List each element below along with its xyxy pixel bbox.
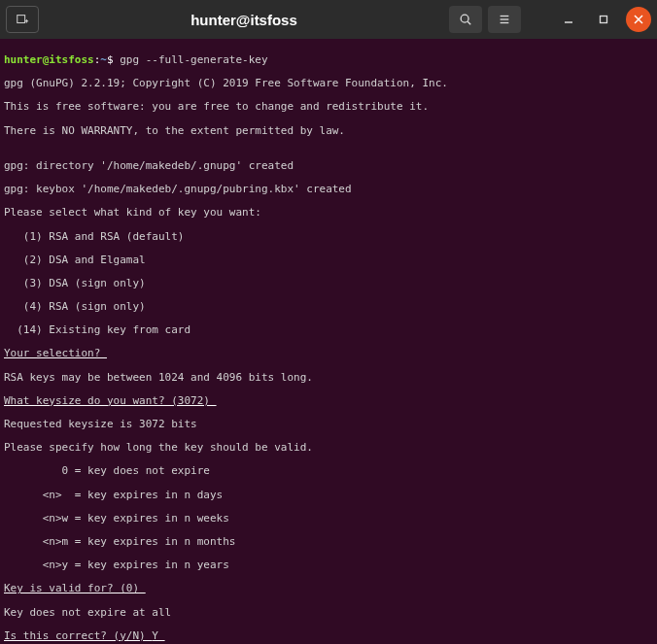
terminal-line: gpg: directory '/home/makedeb/.gnupg' cr… <box>4 160 653 172</box>
prompt-path: ~ <box>100 53 107 66</box>
new-tab-button[interactable] <box>6 6 39 33</box>
new-tab-icon <box>16 13 29 26</box>
menu-button[interactable] <box>488 6 521 33</box>
search-button[interactable] <box>449 6 482 33</box>
terminal-output[interactable]: hunter@itsfoss:~$ gpg --full-generate-ke… <box>0 39 657 644</box>
terminal-line: Please select what kind of key you want: <box>4 207 653 219</box>
terminal-line: Key is valid for? (0) <box>4 583 653 594</box>
terminal-line: (4) RSA (sign only) <box>4 301 653 313</box>
svg-rect-9 <box>601 17 607 23</box>
terminal-line: gpg (GnuPG) 2.2.19; Copyright (C) 2019 F… <box>4 78 653 89</box>
hamburger-icon <box>498 13 511 26</box>
svg-line-4 <box>467 21 470 24</box>
terminal-line: There is NO WARRANTY, to the extent perm… <box>4 125 653 137</box>
terminal-line: (2) DSA and Elgamal <box>4 254 653 266</box>
terminal-line: <n>m = key expires in n months <box>4 536 653 548</box>
minimize-icon <box>563 14 574 25</box>
terminal-line: RSA keys may be between 1024 and 4096 bi… <box>4 372 653 384</box>
terminal-line: Key does not expire at all <box>4 607 653 619</box>
terminal-line: (14) Existing key from card <box>4 324 653 336</box>
terminal-line: gpg: keybox '/home/makedeb/.gnupg/pubrin… <box>4 184 653 195</box>
terminal-line: <n>w = key expires in n weeks <box>4 513 653 525</box>
terminal-line: Requested keysize is 3072 bits <box>4 419 653 430</box>
terminal-line: (3) DSA (sign only) <box>4 278 653 289</box>
window-title: hunter@itsfoss <box>45 12 443 28</box>
titlebar: hunter@itsfoss <box>0 0 657 39</box>
terminal-line: Is this correct? (y/N) Y <box>4 630 653 642</box>
maximize-button[interactable] <box>591 7 616 32</box>
prompt-user: hunter@itsfoss <box>4 53 94 66</box>
terminal-line: hunter@itsfoss:~$ gpg --full-generate-ke… <box>4 54 653 66</box>
terminal-line: What keysize do you want? (3072) <box>4 395 653 407</box>
svg-rect-0 <box>17 16 25 23</box>
terminal-line: (1) RSA and RSA (default) <box>4 231 653 243</box>
svg-point-3 <box>461 15 468 22</box>
terminal-line: <n>y = key expires in n years <box>4 559 653 571</box>
maximize-icon <box>598 14 609 25</box>
command-text: gpg --full-generate-key <box>120 53 267 66</box>
terminal-line: Your selection? <box>4 348 653 359</box>
terminal-line: This is free software: you are free to c… <box>4 101 653 113</box>
terminal-line: <n> = key expires in n days <box>4 490 653 501</box>
close-icon <box>634 15 643 24</box>
terminal-line: Please specify how long the key should b… <box>4 442 653 454</box>
terminal-line: 0 = key does not expire <box>4 465 653 477</box>
search-icon <box>459 13 472 26</box>
close-button[interactable] <box>626 7 651 32</box>
minimize-button[interactable] <box>556 7 581 32</box>
